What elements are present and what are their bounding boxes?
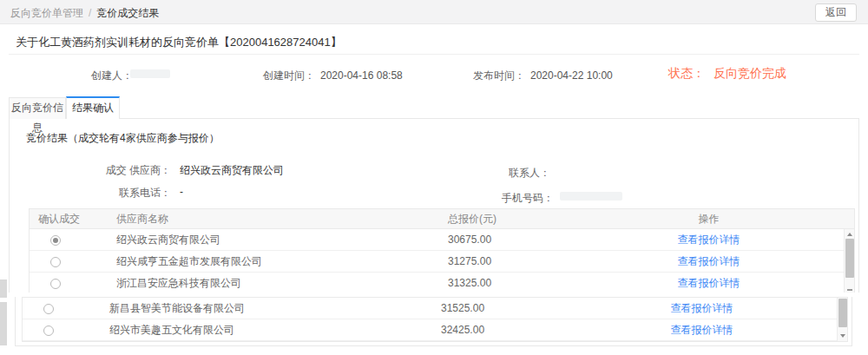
card-border-right-lower: [852, 297, 852, 346]
scrollbar-thumb[interactable]: [838, 299, 847, 327]
col-confirm: 确认成交: [30, 212, 101, 227]
table-scrollbar-upper[interactable]: [844, 229, 854, 293]
tab-reverse-auction-info[interactable]: 反向竞价信息: [9, 97, 66, 119]
view-quote-detail-link[interactable]: 查看报价详情: [671, 324, 733, 336]
total-price: 30675.00: [419, 233, 574, 246]
card-border-left-lower: [15, 297, 16, 346]
table-row: 绍兴市美趣五文化有限公司 32425.00 查看报价详情: [23, 319, 847, 341]
supplier-name: 新昌县智美节能设备有限公司: [94, 301, 412, 316]
supplier-name: 绍兴咸亨五金超市发展有限公司: [101, 254, 419, 269]
published-time-value: 2020-04-22 10:00: [530, 69, 613, 82]
view-quote-detail-link[interactable]: 查看报价详情: [678, 233, 740, 246]
total-price: 31525.00: [412, 302, 567, 314]
col-total-price: 总报价(元): [419, 212, 574, 227]
phone-label: 联系电话：: [48, 186, 171, 201]
topbar: 反向竞价单管理/竞价成交结果 返回: [0, 0, 868, 24]
col-supplier: 供应商名称: [101, 212, 419, 227]
contact-label: 联系人：: [509, 166, 550, 181]
col-action: 操作: [574, 212, 854, 227]
left-scroll-artifact: [0, 279, 7, 298]
results-table-upper: 确认成交 供应商名称 总报价(元) 操作 绍兴政云商贸有限公司 30675.00…: [29, 208, 855, 293]
breadcrumb-current: 竞价成交结果: [96, 7, 159, 19]
back-button[interactable]: 返回: [815, 3, 857, 22]
table-row: 绍兴咸亨五金超市发展有限公司 31275.00 查看报价详情: [30, 251, 854, 273]
auction-title: 关于化工黄酒药剂实训耗材的反向竞价单【2020041628724041】: [16, 35, 342, 50]
breadcrumb-separator: /: [89, 7, 91, 19]
breadcrumb: 反向竞价单管理/竞价成交结果: [10, 6, 159, 21]
mobile-redacted-value: [560, 192, 622, 201]
total-price: 31325.00: [419, 277, 574, 289]
supplier-name: 绍兴政云商贸有限公司: [101, 233, 419, 247]
active-tab-gap: [67, 118, 119, 119]
table-row: 绍兴政云商贸有限公司 30675.00 查看报价详情: [30, 229, 854, 251]
status-text: 状态：反向竞价完成: [668, 66, 786, 82]
total-price: 32425.00: [412, 324, 567, 336]
breadcrumb-parent[interactable]: 反向竞价单管理: [10, 7, 83, 19]
card-border-bottom: [15, 345, 852, 346]
published-time-field: 发布时间：2020-04-22 10:00: [473, 69, 613, 83]
title-divider: [9, 54, 859, 55]
confirm-radio[interactable]: [50, 257, 61, 267]
table-row: 新昌县智美节能设备有限公司 31525.00 查看报价详情: [23, 298, 847, 319]
scrollbar-thumb[interactable]: [845, 239, 854, 278]
section-title: 竞价结果（成交轮有4家供应商参与报价）: [26, 131, 220, 146]
table-scrollbar-lower[interactable]: [837, 298, 847, 341]
table-row: 浙江昌安应急科技有限公司 31325.00 查看报价详情: [30, 273, 854, 293]
scroll-up-icon[interactable]: [845, 229, 855, 239]
published-time-label: 发布时间：: [473, 69, 525, 82]
confirm-radio[interactable]: [50, 279, 61, 289]
card-border-right-upper: [858, 118, 859, 293]
supplier-name: 绍兴市美趣五文化有限公司: [94, 323, 412, 338]
results-table-lower: 新昌县智美节能设备有限公司 31525.00 查看报价详情 绍兴市美趣五文化有限…: [22, 297, 848, 342]
created-time-label: 创建时间：: [263, 69, 315, 82]
view-quote-detail-link[interactable]: 查看报价详情: [678, 255, 740, 267]
table-header: 确认成交 供应商名称 总报价(元) 操作: [30, 209, 854, 229]
created-time-value: 2020-04-16 08:58: [320, 69, 403, 82]
scroll-down-icon[interactable]: [838, 331, 848, 340]
status-label: 状态：: [668, 66, 705, 80]
mobile-label: 手机号码：: [502, 191, 554, 206]
creator-redacted-value: [130, 69, 170, 78]
confirm-radio[interactable]: [43, 304, 54, 314]
winner-supplier-value: 绍兴政云商贸有限公司: [180, 163, 284, 178]
card-border-left-upper: [9, 118, 10, 293]
scroll-down-icon[interactable]: [847, 289, 852, 291]
confirm-radio[interactable]: [50, 235, 61, 246]
view-quote-detail-link[interactable]: 查看报价详情: [678, 277, 740, 289]
tabbar-divider: [9, 118, 859, 119]
creator-label: 创建人：: [91, 69, 133, 82]
view-quote-detail-link[interactable]: 查看报价详情: [671, 302, 733, 314]
confirm-radio[interactable]: [43, 325, 54, 336]
winner-supplier-label: 成交 供应商：: [48, 163, 171, 178]
left-scroll-artifact: [0, 302, 7, 345]
phone-value: -: [180, 186, 183, 198]
status-value: 反向竞价完成: [713, 66, 786, 80]
total-price: 31275.00: [419, 255, 574, 267]
supplier-name: 浙江昌安应急科技有限公司: [101, 276, 419, 291]
tab-result-confirm[interactable]: 结果确认: [66, 96, 120, 119]
created-time-field: 创建时间：2020-04-16 08:58: [263, 69, 403, 83]
